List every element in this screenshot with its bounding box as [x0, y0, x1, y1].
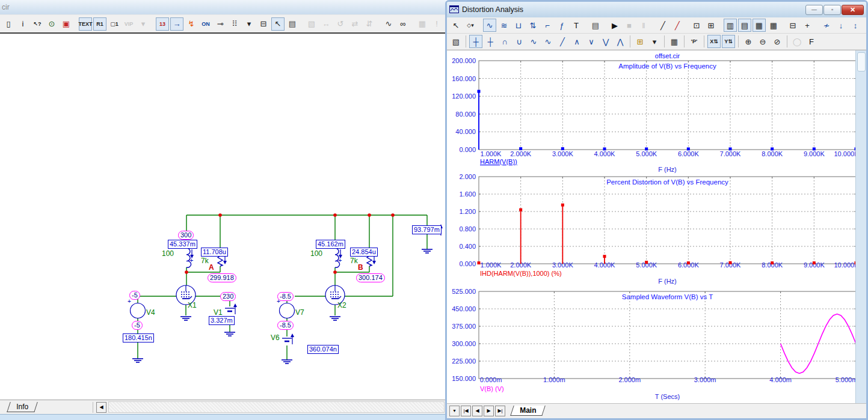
data-points-box-icon[interactable]: ⊡: [690, 19, 703, 32]
tab-info[interactable]: Info: [7, 402, 38, 412]
find-component-icon[interactable]: ∿: [382, 17, 395, 31]
global-low-icon[interactable]: ∨: [585, 35, 598, 48]
chart-1: 1.000K2.000K3.000K4.000K5.000K6.000K7.00…: [459, 173, 856, 285]
web-page-icon[interactable]: ⊙: [45, 17, 58, 31]
data-point: [729, 261, 732, 264]
node-probe-icon[interactable]: ▢1: [108, 17, 121, 31]
doc-icon[interactable]: ▯: [2, 17, 15, 31]
analysis-titlebar[interactable]: Distortion Analysis —▫✕: [447, 2, 866, 17]
function-tag-icon[interactable]: ƒ: [555, 19, 568, 32]
grid-icon[interactable]: ⠿: [228, 17, 241, 31]
add-datapoint-icon[interactable]: ≁: [820, 19, 833, 32]
next-tab-button[interactable]: ▶: [484, 406, 494, 416]
waveform-line: [781, 314, 856, 374]
last-tab-button[interactable]: ▶|: [495, 406, 505, 416]
minimize-button[interactable]: —: [805, 5, 823, 15]
prev-tab-button[interactable]: ◀: [472, 406, 482, 416]
power-display-icon[interactable]: ↯: [185, 17, 198, 31]
chart-legend: HARM(V(B)): [480, 158, 517, 165]
split-plot-icon[interactable]: ⊟: [786, 19, 799, 32]
schematic-titlebar[interactable]: cir: [0, 0, 446, 15]
condition-display-icon[interactable]: ON: [199, 17, 212, 31]
data-point: [813, 147, 816, 150]
horizontal-scrollbar[interactable]: [108, 401, 445, 413]
graphics-shapes-icon[interactable]: ◇▾: [464, 19, 477, 32]
properties-icon[interactable]: ▤: [286, 17, 299, 31]
maximize-button[interactable]: ▫: [823, 5, 841, 15]
attribute-text-icon[interactable]: R1: [93, 17, 106, 31]
zoom-region-icon[interactable]: ⊘: [771, 35, 784, 48]
run-icon[interactable]: ▶: [608, 19, 621, 32]
tab-list-dropdown[interactable]: ▾: [449, 406, 460, 416]
line-tool-icon[interactable]: ╱: [656, 19, 669, 32]
vertical-scrollbar-thumb[interactable]: [857, 52, 866, 72]
x-tick-label: 4.000K: [594, 150, 616, 157]
info-icon[interactable]: i: [16, 17, 29, 31]
panel-vertical-icon[interactable]: ▥: [724, 19, 737, 32]
text-tool-icon[interactable]: T: [570, 19, 583, 32]
inflection-icon[interactable]: ∧: [570, 35, 583, 48]
go-to-branch-icon[interactable]: ⊞: [633, 35, 647, 48]
envelope-low-icon[interactable]: ⋁: [599, 35, 612, 48]
stacked-waves-icon[interactable]: ≋: [497, 19, 511, 32]
plot-properties-icon[interactable]: ▤: [589, 19, 602, 32]
envelope-high-icon[interactable]: ⋀: [614, 35, 627, 48]
normalize-x-icon[interactable]: X⇅: [707, 35, 721, 48]
component-editor-icon[interactable]: ▣: [60, 17, 73, 31]
junction-dot: [333, 213, 337, 217]
scope-settings-icon[interactable]: ▧: [449, 35, 463, 48]
pin-connections-icon[interactable]: ⊸: [214, 17, 227, 31]
slope-icon[interactable]: ╱: [556, 35, 569, 48]
close-button[interactable]: ✕: [842, 5, 864, 15]
measurement-label: 93.797m: [412, 225, 442, 234]
select-mode-icon[interactable]: ↖: [271, 17, 285, 31]
cursor-right-icon[interactable]: ┼: [484, 35, 497, 48]
x-tick-label: 6.000K: [678, 150, 700, 157]
vertical-scrollbar[interactable]: [855, 50, 866, 403]
waveform-pick-icon[interactable]: ∿: [483, 19, 496, 32]
schematic-window: cir ▯i↖?⊙▣TEXTR1▢1VIP▾13→↯ON⊸⠿▾⊟↖▤▧↔↺⇄⇵∿…: [0, 0, 446, 420]
schematic-canvas[interactable]: ++++ 30045.337m10011.708u7kA299.918-5230…: [0, 34, 446, 400]
panel-dotted-icon[interactable]: ▦: [767, 19, 780, 32]
align-cursor-icon[interactable]: ↓: [834, 19, 848, 32]
hscroll-left-button[interactable]: ◀: [96, 402, 106, 413]
node-voltages-icon[interactable]: →: [170, 17, 183, 31]
point-tag-icon[interactable]: ⌐: [541, 19, 554, 32]
x-tick-label: 5.000m: [836, 376, 856, 383]
both-cursor-icon[interactable]: ↕: [849, 19, 862, 32]
grid-box-icon[interactable]: ⊞: [704, 19, 718, 32]
peak-icon[interactable]: ∩: [498, 35, 511, 48]
select-tool-icon[interactable]: ↖: [449, 19, 463, 32]
border-icon[interactable]: ⊟: [257, 17, 270, 31]
plot-area[interactable]: offset.cir 1.000K2.000K3.000K4.000K5.000…: [447, 50, 866, 403]
data-point: [478, 90, 481, 93]
measure-line-icon[interactable]: ╱: [671, 19, 684, 32]
tracker-icon[interactable]: +: [801, 19, 814, 32]
normalize-y-icon[interactable]: Y⇅: [722, 35, 735, 48]
data-point: [687, 261, 690, 264]
valley-icon[interactable]: ∪: [512, 35, 526, 48]
search-icon[interactable]: ∞: [396, 17, 410, 31]
first-tab-button[interactable]: |◀: [461, 406, 471, 416]
hold-limits-icon[interactable]: ⊔: [512, 19, 525, 32]
zoom-in-icon[interactable]: ⊕: [742, 35, 755, 48]
numeric-output-icon[interactable]: ▦: [668, 35, 681, 48]
high-point-icon[interactable]: ∿: [527, 35, 540, 48]
tab-main[interactable]: Main: [510, 406, 546, 416]
grid-dropdown-icon[interactable]: ▾: [242, 17, 256, 31]
part-name-label: 100: [310, 250, 322, 258]
fourier-icon[interactable]: F: [805, 35, 818, 48]
zoom-out-icon[interactable]: ⊖: [756, 35, 769, 48]
panel-grid-icon[interactable]: ▦: [753, 19, 766, 32]
node-value-label: -8.5: [277, 292, 294, 301]
cursor-left-icon[interactable]: ┼: [469, 35, 482, 48]
branch-dropdown-icon[interactable]: ▾: [648, 35, 661, 48]
part-name-label: 100: [162, 250, 174, 258]
context-help-icon[interactable]: ↖?: [31, 17, 44, 31]
point-label-icon[interactable]: 'P': [688, 35, 701, 48]
scale-limits-icon[interactable]: ⇅: [526, 19, 540, 32]
panel-horizontal-icon[interactable]: ▤: [738, 19, 751, 32]
text-mode-icon[interactable]: TEXT: [79, 17, 92, 31]
low-point-icon[interactable]: ∿: [541, 35, 555, 48]
node-numbers-icon[interactable]: 13: [156, 17, 169, 31]
